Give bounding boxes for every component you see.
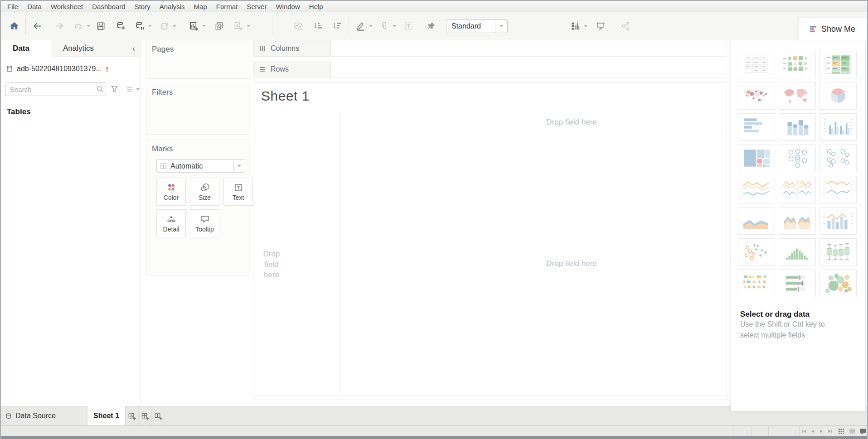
tooltip-button[interactable]: Tooltip xyxy=(190,209,219,237)
mark-type-caret[interactable] xyxy=(234,165,245,167)
show-hide-cards-caret[interactable] xyxy=(584,25,587,27)
menu-dashboard[interactable]: Dashboard xyxy=(87,1,130,12)
menu-data[interactable]: Data xyxy=(23,1,46,12)
drop-zone-left[interactable]: Drop field here xyxy=(253,249,290,280)
data-source-tab[interactable]: Data Source xyxy=(1,406,87,425)
undo-button[interactable] xyxy=(29,17,45,35)
search-input[interactable] xyxy=(5,82,106,96)
menu-help[interactable]: Help xyxy=(305,1,328,12)
showme-gantt[interactable] xyxy=(738,270,775,297)
rows-shelf-drop-area[interactable] xyxy=(331,61,727,77)
tab-analytics[interactable]: Analytics xyxy=(52,40,127,57)
tabs-view-icon[interactable] xyxy=(860,428,866,434)
share-button[interactable] xyxy=(618,17,633,35)
showme-treemap[interactable] xyxy=(738,145,775,172)
view-options-caret[interactable] xyxy=(136,88,140,91)
detail-button[interactable]: Detail xyxy=(156,209,186,237)
clear-sheet-button[interactable] xyxy=(230,17,246,35)
showme-histogram[interactable] xyxy=(779,238,816,266)
showme-horizontal-bars[interactable] xyxy=(738,113,775,141)
pause-auto-updates-button[interactable] xyxy=(132,17,147,35)
drop-zone-center[interactable]: Drop field here xyxy=(546,259,597,268)
filters-shelf[interactable]: Filters xyxy=(146,83,250,135)
new-story-button[interactable] xyxy=(152,406,165,425)
showme-dual-lines[interactable] xyxy=(820,176,857,203)
new-data-source-button[interactable] xyxy=(113,17,128,35)
showme-scatter-plot[interactable] xyxy=(738,238,775,266)
redo-button[interactable] xyxy=(51,17,67,35)
clear-sheet-caret[interactable] xyxy=(247,25,250,27)
showme-box-and-whisker[interactable] xyxy=(820,238,857,266)
menu-window[interactable]: Window xyxy=(271,1,304,12)
showme-dual-combination[interactable] xyxy=(820,207,857,235)
drop-zone-top[interactable]: Drop field here xyxy=(546,118,597,127)
run-auto-updates-button[interactable] xyxy=(156,17,172,35)
showme-text-table[interactable] xyxy=(738,51,775,78)
group-members-caret[interactable] xyxy=(393,25,396,27)
new-worksheet-button[interactable] xyxy=(186,17,201,35)
fit-selector-caret[interactable] xyxy=(495,25,507,27)
home-button[interactable] xyxy=(6,17,22,35)
show-me-button[interactable]: Show Me xyxy=(799,18,866,40)
show-mark-labels-button[interactable] xyxy=(401,17,416,35)
showme-symbol-map[interactable] xyxy=(738,82,775,110)
showme-area-continuous[interactable] xyxy=(738,207,775,235)
showme-lines-continuous[interactable] xyxy=(738,176,775,203)
showme-pie-chart[interactable] xyxy=(820,82,857,110)
new-dashboard-button[interactable] xyxy=(139,406,152,425)
last-sheet-icon[interactable] xyxy=(828,429,832,434)
fit-selector[interactable]: Standard xyxy=(446,19,508,33)
size-button[interactable]: Size xyxy=(190,178,219,206)
showme-heat-map[interactable] xyxy=(779,51,816,78)
menu-story[interactable]: Story xyxy=(130,1,155,12)
sort-ascending-button[interactable] xyxy=(310,17,325,35)
menu-map[interactable]: Map xyxy=(189,1,212,12)
highlight-button[interactable] xyxy=(353,17,368,35)
mark-type-dropdown[interactable]: Automatic xyxy=(156,159,245,173)
previous-sheet-icon[interactable] xyxy=(810,429,815,434)
new-worksheet-caret[interactable] xyxy=(202,25,206,27)
run-auto-updates-caret[interactable] xyxy=(173,25,176,27)
save-button[interactable] xyxy=(93,17,108,35)
showme-side-by-side-circles[interactable] xyxy=(820,145,857,172)
highlight-caret[interactable] xyxy=(369,25,373,27)
data-source-item[interactable]: adb-5022048109301379... ! xyxy=(1,62,141,76)
view-options-icon[interactable] xyxy=(126,86,133,93)
swap-rows-columns-button[interactable] xyxy=(291,17,306,35)
showme-side-by-side-bars[interactable] xyxy=(820,113,857,141)
pause-auto-updates-caret[interactable] xyxy=(148,25,152,27)
replay-caret[interactable] xyxy=(87,25,90,27)
fix-axes-button[interactable] xyxy=(423,17,439,35)
pages-shelf[interactable]: Pages xyxy=(146,40,250,79)
showme-bullet-graph[interactable] xyxy=(779,270,816,297)
new-worksheet-tab-button[interactable] xyxy=(126,406,139,425)
presentation-mode-button[interactable] xyxy=(593,17,608,35)
filter-funnel-icon[interactable] xyxy=(111,86,118,93)
sheet-tab-sheet1[interactable]: Sheet 1 xyxy=(87,406,126,425)
showme-lines-discrete[interactable] xyxy=(779,176,816,203)
menu-server[interactable]: Server xyxy=(242,1,271,12)
first-sheet-icon[interactable] xyxy=(802,429,806,434)
group-members-button[interactable] xyxy=(376,17,392,35)
showme-packed-bubbles[interactable] xyxy=(820,270,857,297)
filmstrip-view-icon[interactable] xyxy=(849,428,855,434)
showme-circle-views[interactable] xyxy=(779,145,816,172)
replay-button[interactable] xyxy=(70,17,86,35)
tab-data[interactable]: Data xyxy=(1,40,52,57)
showme-stacked-bars[interactable] xyxy=(779,113,816,141)
next-sheet-icon[interactable] xyxy=(819,429,824,434)
sheet-sorter-view-icon[interactable] xyxy=(838,428,844,434)
menu-format[interactable]: Format xyxy=(212,1,242,12)
showme-filled-map[interactable] xyxy=(779,82,816,110)
show-hide-cards-button[interactable] xyxy=(567,17,583,35)
columns-shelf-drop-area[interactable] xyxy=(331,40,727,57)
showme-highlight-table[interactable] xyxy=(820,51,857,78)
duplicate-button[interactable] xyxy=(211,17,227,35)
menu-worksheet[interactable]: Worksheet xyxy=(46,1,87,12)
sort-descending-button[interactable] xyxy=(329,17,344,35)
menu-analysis[interactable]: Analysis xyxy=(155,1,189,12)
showme-area-discrete[interactable] xyxy=(779,207,816,235)
collapse-pane-button[interactable]: ‹ xyxy=(127,40,141,57)
color-button[interactable]: Color xyxy=(156,178,186,206)
menu-file[interactable]: File xyxy=(3,1,23,12)
